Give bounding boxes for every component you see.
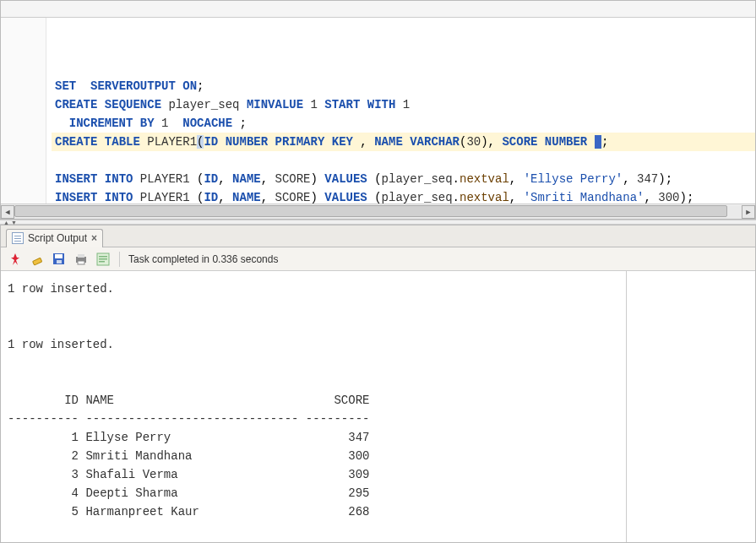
collapse-down-icon[interactable]: ▼ — [11, 220, 17, 225]
editor-tab-bar — [1, 1, 755, 18]
collapse-up-icon[interactable]: ▲ — [3, 220, 9, 225]
editor-hscrollbar[interactable]: ◄ ► — [1, 204, 755, 219]
svg-rect-4 — [57, 260, 62, 263]
code-line[interactable]: INCREMENT BY 1 NOCACHE ; — [52, 114, 755, 133]
code-line[interactable] — [52, 151, 755, 170]
scroll-thumb[interactable] — [14, 205, 727, 217]
code-line[interactable]: CREATE TABLE PLAYER1(ID NUMBER PRIMARY K… — [52, 133, 755, 151]
eraser-icon[interactable] — [30, 252, 45, 267]
editor-wrap: SET SERVEROUTPUT ON;CREATE SEQUENCE play… — [1, 18, 755, 219]
tab-script-output[interactable]: Script Output × — [6, 229, 103, 247]
scroll-right-arrow-icon[interactable]: ► — [742, 205, 755, 219]
toolbar-separator — [119, 252, 120, 267]
pin-icon[interactable] — [8, 252, 23, 267]
code-line[interactable]: INSERT INTO PLAYER1 (ID, NAME, SCORE) VA… — [52, 188, 755, 204]
output-toolbar: Task completed in 0.336 seconds — [1, 247, 755, 271]
svg-rect-6 — [78, 254, 84, 258]
output-tab-bar: Script Output × — [1, 225, 755, 247]
sql-editor[interactable]: SET SERVEROUTPUT ON;CREATE SEQUENCE play… — [1, 18, 755, 204]
task-status-text: Task completed in 0.336 seconds — [128, 253, 278, 265]
svg-rect-7 — [78, 261, 84, 264]
document-icon — [12, 232, 24, 244]
tab-label: Script Output — [28, 232, 87, 244]
svg-rect-3 — [55, 254, 63, 258]
output-pane: Script Output × Task completed in 0.336 … — [0, 225, 756, 543]
output-text-wrap[interactable]: 1 row inserted. 1 row inserted. ID NAME … — [1, 271, 627, 542]
print-icon[interactable] — [73, 252, 89, 267]
svg-rect-10 — [99, 258, 107, 260]
editor-pane: SET SERVEROUTPUT ON;CREATE SEQUENCE play… — [0, 0, 756, 220]
svg-rect-9 — [99, 256, 107, 258]
output-body: 1 row inserted. 1 row inserted. ID NAME … — [1, 271, 755, 542]
editor-gutter — [1, 18, 46, 204]
scroll-track[interactable] — [14, 205, 742, 219]
script-output-text: 1 row inserted. 1 row inserted. ID NAME … — [1, 271, 626, 528]
output-side-panel — [627, 271, 755, 542]
code-line[interactable]: INSERT INTO PLAYER1 (ID, NAME, SCORE) VA… — [52, 170, 755, 188]
scroll-left-arrow-icon[interactable]: ◄ — [1, 205, 14, 219]
close-icon[interactable]: × — [91, 232, 97, 244]
save-icon[interactable] — [52, 252, 67, 267]
code-line[interactable]: SET SERVEROUTPUT ON; — [52, 77, 755, 95]
code-line[interactable]: CREATE SEQUENCE player_seq MINVALUE 1 ST… — [52, 95, 755, 114]
svg-rect-11 — [99, 261, 105, 263]
sql-icon[interactable] — [95, 252, 111, 267]
